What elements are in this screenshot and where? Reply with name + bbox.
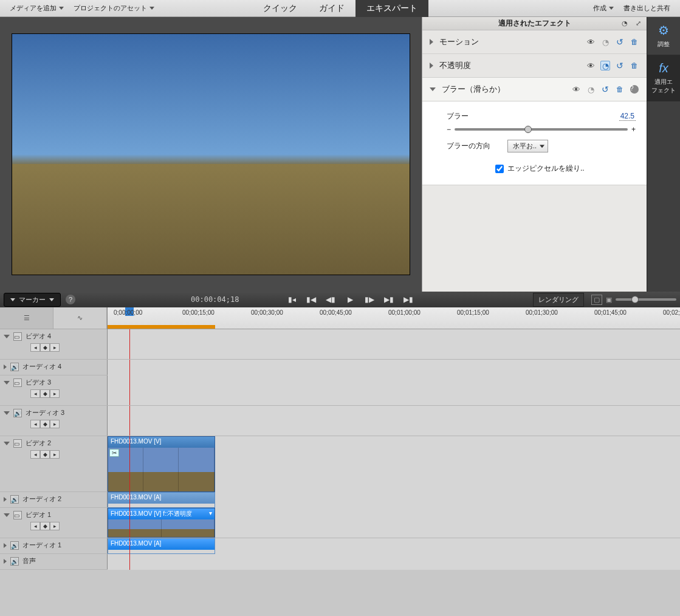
tab-quick[interactable]: クイック [252, 0, 308, 17]
tab-expert[interactable]: エキスパート [355, 0, 428, 17]
reset-icon[interactable] [600, 84, 610, 94]
time-ruler[interactable]: 0;00;00;0000;00;15;0000;00;30;0000;00;45… [108, 307, 680, 329]
trash-icon[interactable] [615, 84, 625, 94]
disclosure-triangle-icon[interactable] [430, 63, 433, 69]
track-lane[interactable] [108, 375, 680, 405]
slider-minus-icon[interactable]: − [447, 125, 451, 134]
stopwatch-icon[interactable] [600, 37, 610, 47]
add-keyframe-button[interactable]: ◆ [40, 450, 50, 459]
preview-canvas[interactable] [12, 34, 410, 275]
track-lane[interactable] [108, 406, 680, 436]
next-edit-button[interactable]: ▶▮ [383, 294, 394, 305]
chevron-right-icon[interactable] [4, 559, 7, 564]
reset-icon[interactable] [615, 61, 625, 70]
film-icon[interactable] [13, 511, 22, 519]
current-timecode[interactable]: 00:00:04;18 [191, 295, 239, 304]
track-lane[interactable]: FHD0013.MOV [V] f::不透明度 ▾ [108, 508, 680, 538]
prev-keyframe-button[interactable]: ◂ [30, 522, 40, 530]
next-keyframe-button[interactable]: ▸ [50, 420, 60, 428]
next-keyframe-button[interactable]: ▸ [50, 389, 60, 398]
goto-end-button[interactable]: ▶▮ [403, 294, 414, 305]
clip-audio2[interactable]: FHD0013.MOV [A] [108, 492, 215, 508]
film-icon[interactable] [13, 439, 22, 448]
track-lane[interactable]: FHD0013.MOV [V] ✂ [108, 436, 680, 492]
marker-dropdown[interactable]: マーカー [4, 293, 61, 307]
chevron-down-icon[interactable] [4, 381, 10, 385]
chevron-down-icon[interactable] [4, 513, 10, 517]
effect-row-blur[interactable]: ブラー（滑らか） [422, 78, 647, 101]
stopwatch-icon[interactable]: ◔ [620, 19, 630, 29]
timeline-mode-audio[interactable]: ∿ [53, 307, 107, 329]
chevron-down-icon[interactable] [4, 411, 10, 415]
track-lane[interactable] [108, 360, 680, 375]
panel-expand-icon[interactable]: ⤢ [633, 19, 643, 29]
rail-applied-effects-button[interactable]: fx 適用エ フェクト [647, 55, 680, 101]
edge-pixels-checkbox[interactable] [495, 165, 504, 173]
add-media-menu[interactable]: メディアを追加 [5, 1, 69, 15]
track-lane[interactable] [108, 329, 680, 359]
step-back-button[interactable]: ◀▮ [325, 294, 336, 305]
reset-icon[interactable] [615, 37, 625, 47]
speaker-icon[interactable] [10, 495, 19, 504]
add-keyframe-button[interactable]: ◆ [40, 389, 50, 398]
disclosure-triangle-icon[interactable] [430, 87, 436, 91]
chevron-down-icon[interactable] [4, 442, 10, 445]
zoom-slider[interactable] [616, 298, 676, 301]
effect-row-motion[interactable]: モーション [422, 30, 647, 54]
render-button[interactable]: レンダリング [533, 293, 584, 307]
create-menu[interactable]: 作成 [588, 1, 619, 15]
param-blur-value[interactable]: 42.5 [619, 112, 636, 121]
speaker-icon[interactable] [10, 541, 19, 550]
work-area-bar[interactable] [108, 325, 215, 329]
clip-video2[interactable]: FHD0013.MOV [V] ✂ [108, 436, 215, 492]
export-share-menu[interactable]: 書き出しと共有 [619, 1, 675, 15]
speaker-icon[interactable] [10, 557, 19, 566]
add-keyframe-button[interactable]: ◆ [40, 420, 50, 428]
add-keyframe-button[interactable]: ◆ [40, 522, 50, 530]
slider-plus-icon[interactable]: + [631, 125, 636, 134]
next-keyframe-button[interactable]: ▸ [50, 522, 60, 530]
track-lane[interactable]: FHD0013.MOV [A] [108, 538, 680, 554]
play-button[interactable]: ▶ [345, 294, 355, 305]
speaker-icon[interactable] [13, 409, 22, 417]
fullscreen-icon[interactable]: ▣ [606, 296, 612, 304]
prev-keyframe-button[interactable]: ◂ [30, 343, 40, 352]
chevron-right-icon[interactable] [4, 364, 7, 369]
film-icon[interactable] [13, 332, 22, 341]
next-keyframe-button[interactable]: ▸ [50, 343, 60, 352]
chevron-down-icon[interactable] [4, 335, 10, 338]
prev-keyframe-button[interactable]: ◂ [30, 389, 40, 398]
speaker-icon[interactable] [10, 363, 19, 371]
trash-icon[interactable] [630, 37, 639, 47]
help-icon[interactable]: ? [66, 295, 75, 304]
film-icon[interactable] [13, 378, 22, 387]
chevron-right-icon[interactable] [4, 497, 7, 502]
eye-icon[interactable] [571, 84, 581, 94]
track-lane[interactable] [108, 554, 680, 570]
disclosure-triangle-icon[interactable] [430, 39, 433, 45]
safe-margins-icon[interactable]: ▢ [591, 295, 602, 305]
stopwatch-icon[interactable] [600, 61, 610, 70]
goto-start-button[interactable]: ▮◂ [286, 294, 297, 305]
prev-keyframe-button[interactable]: ◂ [30, 420, 40, 428]
effect-row-opacity[interactable]: 不透明度 [422, 54, 647, 78]
project-assets-menu[interactable]: プロジェクトのアセット [69, 1, 159, 15]
razor-icon[interactable]: ✂ [109, 449, 119, 457]
clip-audio1[interactable]: FHD0013.MOV [A] [108, 538, 215, 554]
prev-edit-button[interactable]: ▮◀ [306, 294, 317, 305]
stopwatch-icon[interactable] [586, 84, 596, 94]
chevron-right-icon[interactable] [4, 543, 7, 548]
track-lane[interactable]: FHD0013.MOV [A] [108, 492, 680, 508]
add-keyframe-button[interactable]: ◆ [40, 343, 50, 352]
help-icon[interactable] [630, 84, 639, 94]
eye-icon[interactable] [586, 61, 596, 70]
tab-guided[interactable]: ガイド [308, 0, 355, 17]
prev-keyframe-button[interactable]: ◂ [30, 450, 40, 459]
blur-direction-dropdown[interactable]: 水平お.. [507, 140, 548, 152]
blur-slider[interactable] [455, 128, 628, 131]
eye-icon[interactable] [586, 37, 596, 47]
clip-video1[interactable]: FHD0013.MOV [V] f::不透明度 ▾ [108, 508, 215, 538]
step-forward-button[interactable]: ▮▶ [364, 294, 375, 305]
rail-adjust-button[interactable]: ⚙ 調整 [647, 17, 680, 55]
timeline-mode-standard[interactable]: ☰ [0, 307, 53, 329]
